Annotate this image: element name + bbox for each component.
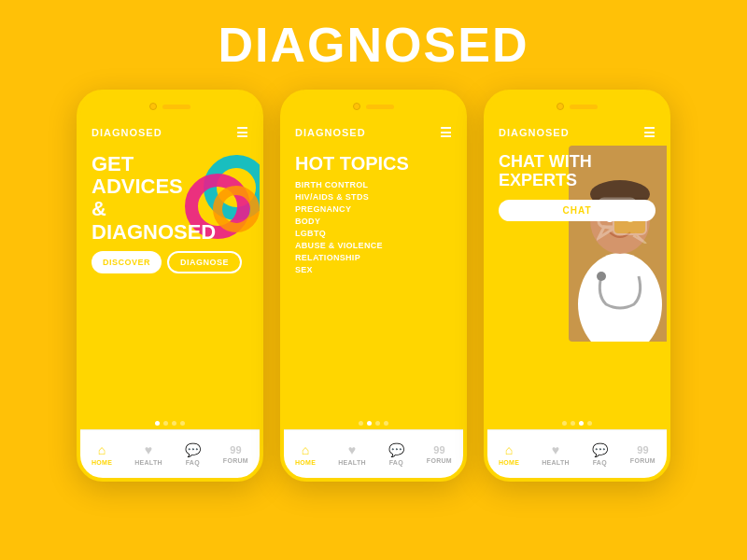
dot xyxy=(384,421,388,426)
phone-3-content: CHAT WITH EXPERTS CHAT xyxy=(487,146,667,417)
phone-2-speaker xyxy=(366,105,394,109)
dot-active xyxy=(155,421,160,426)
dot xyxy=(587,421,592,426)
dot xyxy=(571,421,575,426)
faq-icon: 💬 xyxy=(185,442,201,457)
nav-home-label-3: HOME xyxy=(499,459,519,466)
phone-3-speaker xyxy=(570,105,598,109)
nav-faq-label-2: FAQ xyxy=(389,459,403,466)
topic-lgbtq[interactable]: LGBTQ xyxy=(295,229,452,238)
phone-3-top-bar xyxy=(487,93,667,119)
phone-3-dots xyxy=(487,417,667,429)
nav-health[interactable]: ♥ HEALTH xyxy=(134,442,162,466)
phone-1-top-bar xyxy=(80,93,260,119)
nav-health-label-3: HEALTH xyxy=(542,459,570,466)
discover-button[interactable]: DISCOVER xyxy=(92,251,162,273)
phone-1: DIAGNOSED ☰ GET ADVICES & DIAGNOSED DISC… xyxy=(77,90,263,482)
topics-list: BIRTH CONTROL HIV/AIDS & STDS PREGNANCY … xyxy=(295,180,452,277)
nav-faq-3[interactable]: 💬 FAQ xyxy=(592,442,608,466)
health-icon-3: ♥ xyxy=(552,442,559,457)
nav-health-2[interactable]: ♥ HEALTH xyxy=(338,442,366,466)
phone-1-dots xyxy=(80,417,260,429)
topic-pregnancy[interactable]: PREGNANCY xyxy=(295,204,452,214)
forum-icon: 99 xyxy=(230,444,241,455)
phone-2-dots xyxy=(284,417,463,429)
phone-2-camera xyxy=(353,103,360,110)
topic-birth-control[interactable]: BIRTH CONTROL xyxy=(295,180,452,189)
faq-icon-2: 💬 xyxy=(388,442,404,457)
nav-forum-label-2: FORUM xyxy=(427,457,452,464)
nav-forum-label-3: FORUM xyxy=(630,457,655,464)
dot xyxy=(172,421,176,426)
topic-relationship[interactable]: RELATIONSHIP xyxy=(295,253,452,262)
nav-forum[interactable]: 99 FORUM xyxy=(223,444,248,464)
home-icon-2: ⌂ xyxy=(302,442,309,457)
topic-sex[interactable]: SEX xyxy=(295,265,452,274)
phone-1-camera xyxy=(149,103,157,110)
dot xyxy=(180,421,185,426)
nav-faq[interactable]: 💬 FAQ xyxy=(185,442,201,466)
nav-home-2[interactable]: ⌂ HOME xyxy=(295,442,316,466)
phone-1-headline: GET ADVICES & DIAGNOSED xyxy=(92,153,248,244)
nav-faq-label-3: FAQ xyxy=(593,459,607,466)
phone-2-brand: DIAGNOSED xyxy=(295,127,366,138)
faq-icon-3: 💬 xyxy=(592,442,608,457)
health-icon-2: ♥ xyxy=(348,442,356,457)
dot xyxy=(562,421,567,426)
phone-1-header: DIAGNOSED ☰ xyxy=(80,119,260,146)
nav-health-label-2: HEALTH xyxy=(338,459,366,466)
phone-1-nav: ⌂ HOME ♥ HEALTH 💬 FAQ 99 FORUM xyxy=(80,429,260,478)
phone-1-speaker xyxy=(162,105,190,109)
nav-health-label: HEALTH xyxy=(134,459,162,466)
hamburger-icon[interactable]: ☰ xyxy=(236,125,248,140)
phone-3: DIAGNOSED ☰ xyxy=(484,90,670,482)
svg-marker-15 xyxy=(634,234,646,244)
forum-icon-3: 99 xyxy=(637,444,648,455)
topic-hiv[interactable]: HIV/AIDS & STDS xyxy=(295,192,452,202)
phone-1-buttons: DISCOVER DIAGNOSE xyxy=(92,251,248,273)
nav-faq-2[interactable]: 💬 FAQ xyxy=(388,442,404,466)
chat-button[interactable]: CHAT xyxy=(499,200,655,221)
dot xyxy=(359,421,363,426)
phone-3-nav: ⌂ HOME ♥ HEALTH 💬 FAQ 99 FORUM xyxy=(487,429,667,478)
phone-2-content: HOT TOPICS BIRTH CONTROL HIV/AIDS & STDS… xyxy=(284,146,463,417)
phone-3-headline: CHAT WITH EXPERTS xyxy=(499,153,655,190)
nav-forum-2[interactable]: 99 FORUM xyxy=(427,444,452,464)
home-icon-3: ⌂ xyxy=(505,442,513,457)
nav-home-label: HOME xyxy=(92,459,112,466)
svg-point-11 xyxy=(597,272,606,281)
nav-home-label-2: HOME xyxy=(295,459,316,466)
nav-faq-label: FAQ xyxy=(186,459,200,466)
dot-active xyxy=(579,421,584,426)
phone-2-header: DIAGNOSED ☰ xyxy=(284,119,463,146)
hamburger-icon-3[interactable]: ☰ xyxy=(643,125,655,140)
nav-home[interactable]: ⌂ HOME xyxy=(92,442,112,466)
phone-3-brand: DIAGNOSED xyxy=(499,127,570,138)
dot-active xyxy=(367,421,372,426)
svg-marker-13 xyxy=(599,227,613,238)
phone-3-header: DIAGNOSED ☰ xyxy=(487,119,667,146)
dot xyxy=(163,421,168,426)
phone-1-content: GET ADVICES & DIAGNOSED DISCOVER DIAGNOS… xyxy=(80,146,260,417)
diagnose-button[interactable]: DIAGNOSE xyxy=(167,251,242,273)
nav-forum-3[interactable]: 99 FORUM xyxy=(630,444,655,464)
phone-3-camera xyxy=(557,103,564,110)
home-icon: ⌂ xyxy=(98,442,106,457)
topic-abuse[interactable]: ABUSE & VIOLENCE xyxy=(295,241,452,250)
phone-2-top-bar xyxy=(284,93,463,119)
hot-topics-title: HOT TOPICS xyxy=(295,153,452,175)
forum-icon-2: 99 xyxy=(433,444,444,455)
nav-health-3[interactable]: ♥ HEALTH xyxy=(542,442,570,466)
phone-1-brand: DIAGNOSED xyxy=(92,127,162,138)
nav-home-3[interactable]: ⌂ HOME xyxy=(499,442,519,466)
nav-forum-label: FORUM xyxy=(223,457,248,464)
dot xyxy=(375,421,380,426)
topic-body[interactable]: BODY xyxy=(295,217,452,226)
page-title: DIAGNOSED xyxy=(218,17,529,73)
health-icon: ♥ xyxy=(145,442,152,457)
phone-2-nav: ⌂ HOME ♥ HEALTH 💬 FAQ 99 FORUM xyxy=(284,429,463,478)
phones-container: DIAGNOSED ☰ GET ADVICES & DIAGNOSED DISC… xyxy=(77,90,670,482)
hamburger-icon-2[interactable]: ☰ xyxy=(440,125,452,140)
phone-2: DIAGNOSED ☰ HOT TOPICS BIRTH CONTROL HIV… xyxy=(280,90,467,482)
